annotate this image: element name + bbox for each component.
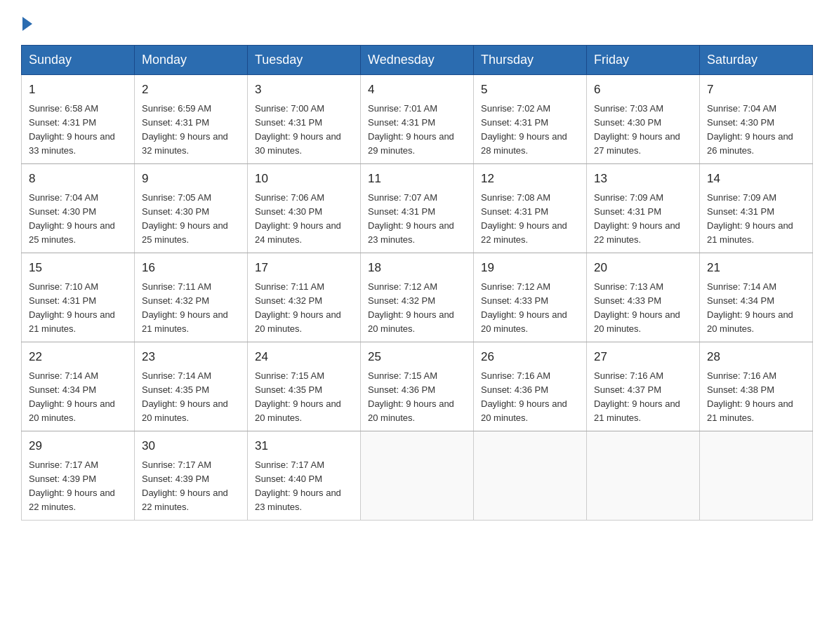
day-number: 11: [368, 170, 466, 188]
calendar-day-cell: 2Sunrise: 6:59 AMSunset: 4:31 PMDaylight…: [135, 75, 248, 164]
day-info: Sunrise: 7:09 AMSunset: 4:31 PMDaylight:…: [594, 191, 692, 248]
day-number: 8: [29, 170, 127, 188]
day-number: 2: [142, 81, 240, 99]
calendar-day-cell: 18Sunrise: 7:12 AMSunset: 4:32 PMDayligh…: [361, 253, 474, 342]
calendar-day-header: Thursday: [474, 46, 587, 75]
calendar-week-row: 29Sunrise: 7:17 AMSunset: 4:39 PMDayligh…: [22, 431, 813, 521]
calendar-day-cell: 12Sunrise: 7:08 AMSunset: 4:31 PMDayligh…: [474, 164, 587, 253]
day-number: 12: [481, 170, 579, 188]
day-info: Sunrise: 6:58 AMSunset: 4:31 PMDaylight:…: [29, 102, 127, 159]
calendar-day-header: Wednesday: [361, 46, 474, 75]
day-info: Sunrise: 7:12 AMSunset: 4:32 PMDaylight:…: [368, 280, 466, 337]
calendar-day-cell: 4Sunrise: 7:01 AMSunset: 4:31 PMDaylight…: [361, 75, 474, 164]
day-info: Sunrise: 7:11 AMSunset: 4:32 PMDaylight:…: [142, 280, 240, 337]
day-number: 15: [29, 259, 127, 277]
day-info: Sunrise: 7:07 AMSunset: 4:31 PMDaylight:…: [368, 191, 466, 248]
day-info: Sunrise: 7:05 AMSunset: 4:30 PMDaylight:…: [142, 191, 240, 248]
calendar-day-cell: 30Sunrise: 7:17 AMSunset: 4:39 PMDayligh…: [135, 431, 248, 521]
calendar-day-header: Tuesday: [248, 46, 361, 75]
calendar-week-row: 15Sunrise: 7:10 AMSunset: 4:31 PMDayligh…: [22, 253, 813, 342]
calendar-day-cell: 9Sunrise: 7:05 AMSunset: 4:30 PMDaylight…: [135, 164, 248, 253]
calendar-day-header: Monday: [135, 46, 248, 75]
day-info: Sunrise: 6:59 AMSunset: 4:31 PMDaylight:…: [142, 102, 240, 159]
day-number: 1: [29, 81, 127, 99]
day-info: Sunrise: 7:14 AMSunset: 4:34 PMDaylight:…: [707, 280, 805, 337]
page-header: [21, 14, 813, 31]
calendar-day-cell: 11Sunrise: 7:07 AMSunset: 4:31 PMDayligh…: [361, 164, 474, 253]
calendar-day-cell: 3Sunrise: 7:00 AMSunset: 4:31 PMDaylight…: [248, 75, 361, 164]
calendar-day-cell: 27Sunrise: 7:16 AMSunset: 4:37 PMDayligh…: [587, 342, 700, 431]
calendar-week-row: 22Sunrise: 7:14 AMSunset: 4:34 PMDayligh…: [22, 342, 813, 431]
calendar-day-cell: 6Sunrise: 7:03 AMSunset: 4:30 PMDaylight…: [587, 75, 700, 164]
day-number: 28: [707, 348, 805, 366]
calendar-day-header: Friday: [587, 46, 700, 75]
day-info: Sunrise: 7:03 AMSunset: 4:30 PMDaylight:…: [594, 102, 692, 159]
calendar-day-cell: [474, 431, 587, 521]
day-info: Sunrise: 7:16 AMSunset: 4:37 PMDaylight:…: [594, 369, 692, 426]
logo: [21, 14, 32, 31]
day-number: 27: [594, 348, 692, 366]
calendar-day-cell: 17Sunrise: 7:11 AMSunset: 4:32 PMDayligh…: [248, 253, 361, 342]
calendar-header-row: SundayMondayTuesdayWednesdayThursdayFrid…: [22, 46, 813, 75]
day-info: Sunrise: 7:06 AMSunset: 4:30 PMDaylight:…: [255, 191, 353, 248]
calendar-day-cell: 7Sunrise: 7:04 AMSunset: 4:30 PMDaylight…: [700, 75, 813, 164]
day-number: 6: [594, 81, 692, 99]
day-number: 5: [481, 81, 579, 99]
calendar-day-cell: 19Sunrise: 7:12 AMSunset: 4:33 PMDayligh…: [474, 253, 587, 342]
day-number: 29: [29, 437, 127, 455]
day-info: Sunrise: 7:15 AMSunset: 4:36 PMDaylight:…: [368, 369, 466, 426]
calendar-day-cell: 1Sunrise: 6:58 AMSunset: 4:31 PMDaylight…: [22, 75, 135, 164]
day-info: Sunrise: 7:17 AMSunset: 4:39 PMDaylight:…: [142, 458, 240, 515]
day-number: 14: [707, 170, 805, 188]
day-number: 22: [29, 348, 127, 366]
calendar-day-cell: 21Sunrise: 7:14 AMSunset: 4:34 PMDayligh…: [700, 253, 813, 342]
calendar-day-cell: 20Sunrise: 7:13 AMSunset: 4:33 PMDayligh…: [587, 253, 700, 342]
day-info: Sunrise: 7:04 AMSunset: 4:30 PMDaylight:…: [707, 102, 805, 159]
day-info: Sunrise: 7:14 AMSunset: 4:34 PMDaylight:…: [29, 369, 127, 426]
day-number: 20: [594, 259, 692, 277]
day-number: 10: [255, 170, 353, 188]
day-info: Sunrise: 7:09 AMSunset: 4:31 PMDaylight:…: [707, 191, 805, 248]
day-number: 25: [368, 348, 466, 366]
calendar-day-cell: 15Sunrise: 7:10 AMSunset: 4:31 PMDayligh…: [22, 253, 135, 342]
calendar-day-header: Sunday: [22, 46, 135, 75]
day-info: Sunrise: 7:08 AMSunset: 4:31 PMDaylight:…: [481, 191, 579, 248]
calendar-day-cell: 16Sunrise: 7:11 AMSunset: 4:32 PMDayligh…: [135, 253, 248, 342]
day-info: Sunrise: 7:17 AMSunset: 4:39 PMDaylight:…: [29, 458, 127, 515]
day-number: 18: [368, 259, 466, 277]
calendar-day-cell: 5Sunrise: 7:02 AMSunset: 4:31 PMDaylight…: [474, 75, 587, 164]
logo-arrow-icon: [22, 17, 32, 31]
day-number: 30: [142, 437, 240, 455]
calendar-day-cell: 31Sunrise: 7:17 AMSunset: 4:40 PMDayligh…: [248, 431, 361, 521]
calendar-day-cell: 26Sunrise: 7:16 AMSunset: 4:36 PMDayligh…: [474, 342, 587, 431]
calendar-day-cell: 13Sunrise: 7:09 AMSunset: 4:31 PMDayligh…: [587, 164, 700, 253]
day-info: Sunrise: 7:10 AMSunset: 4:31 PMDaylight:…: [29, 280, 127, 337]
calendar-day-cell: [361, 431, 474, 521]
day-info: Sunrise: 7:16 AMSunset: 4:36 PMDaylight:…: [481, 369, 579, 426]
day-info: Sunrise: 7:02 AMSunset: 4:31 PMDaylight:…: [481, 102, 579, 159]
day-number: 31: [255, 437, 353, 455]
calendar-day-cell: [700, 431, 813, 521]
calendar-day-cell: 14Sunrise: 7:09 AMSunset: 4:31 PMDayligh…: [700, 164, 813, 253]
calendar-day-cell: 8Sunrise: 7:04 AMSunset: 4:30 PMDaylight…: [22, 164, 135, 253]
day-info: Sunrise: 7:01 AMSunset: 4:31 PMDaylight:…: [368, 102, 466, 159]
day-info: Sunrise: 7:17 AMSunset: 4:40 PMDaylight:…: [255, 458, 353, 515]
day-info: Sunrise: 7:12 AMSunset: 4:33 PMDaylight:…: [481, 280, 579, 337]
calendar-day-cell: 29Sunrise: 7:17 AMSunset: 4:39 PMDayligh…: [22, 431, 135, 521]
day-info: Sunrise: 7:13 AMSunset: 4:33 PMDaylight:…: [594, 280, 692, 337]
day-info: Sunrise: 7:15 AMSunset: 4:35 PMDaylight:…: [255, 369, 353, 426]
calendar-day-cell: [587, 431, 700, 521]
day-number: 4: [368, 81, 466, 99]
day-info: Sunrise: 7:00 AMSunset: 4:31 PMDaylight:…: [255, 102, 353, 159]
day-number: 7: [707, 81, 805, 99]
day-number: 26: [481, 348, 579, 366]
calendar-day-cell: 22Sunrise: 7:14 AMSunset: 4:34 PMDayligh…: [22, 342, 135, 431]
calendar-day-cell: 25Sunrise: 7:15 AMSunset: 4:36 PMDayligh…: [361, 342, 474, 431]
day-number: 13: [594, 170, 692, 188]
day-number: 21: [707, 259, 805, 277]
calendar-day-cell: 10Sunrise: 7:06 AMSunset: 4:30 PMDayligh…: [248, 164, 361, 253]
calendar-week-row: 8Sunrise: 7:04 AMSunset: 4:30 PMDaylight…: [22, 164, 813, 253]
calendar-day-cell: 28Sunrise: 7:16 AMSunset: 4:38 PMDayligh…: [700, 342, 813, 431]
day-info: Sunrise: 7:14 AMSunset: 4:35 PMDaylight:…: [142, 369, 240, 426]
day-info: Sunrise: 7:16 AMSunset: 4:38 PMDaylight:…: [707, 369, 805, 426]
